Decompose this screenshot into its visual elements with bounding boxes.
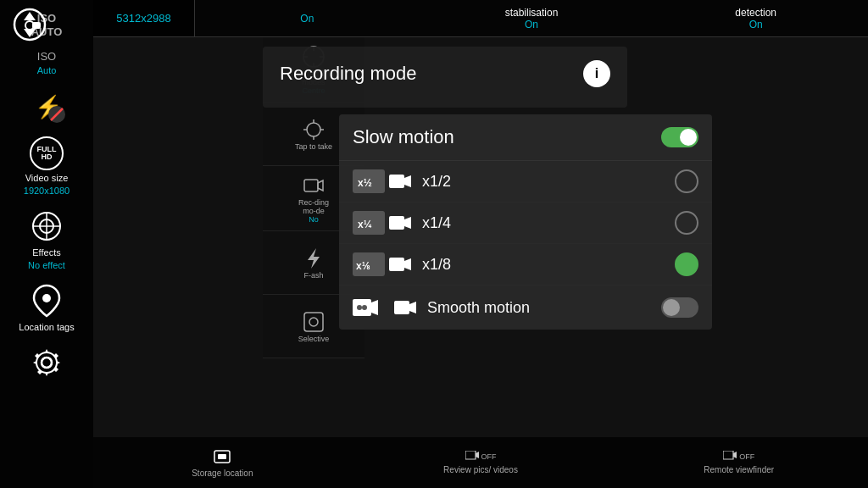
video-icon-x1-2 (388, 172, 412, 191)
svg-text:x½: x½ (358, 177, 372, 189)
speed-icon-block-x1-2: x½ (353, 169, 412, 193)
radio-x1-8[interactable] (675, 252, 698, 276)
remote-viewfinder-item[interactable]: OFF Remote viewfinder (609, 451, 868, 474)
video-size-setting[interactable]: FULLHD Video size 1920x1080 (8, 131, 85, 201)
slow-motion-header: Slow motion (339, 114, 712, 161)
speed-icon-block-x1-4: x¼ (353, 211, 412, 235)
flash-setting[interactable]: ⚡ (8, 82, 85, 130)
slow-motion-dialog: Slow motion x½ x1/2 x¼ (339, 114, 712, 330)
camera-switch-icon[interactable] (8, 3, 51, 52)
remote-label: Remote viewfinder (704, 465, 774, 474)
svg-rect-32 (389, 258, 404, 271)
svg-point-16 (307, 123, 320, 136)
svg-marker-1 (24, 12, 36, 20)
bottom-settings-row: Storage location OFF Review pics/ videos… (93, 437, 868, 488)
video-icon-x1-8 (388, 255, 412, 274)
speed-option-x1-4[interactable]: x¼ x1/4 (339, 202, 712, 244)
svg-point-12 (42, 294, 51, 302)
remote-icon (723, 451, 737, 463)
svg-rect-17 (304, 180, 318, 191)
top-bar-detection: detection On (643, 7, 868, 30)
svg-point-36 (357, 305, 362, 310)
recording-mode-dialog: Recording mode i (263, 47, 627, 108)
speed-option-x1-8[interactable]: x⅛ x1/8 (339, 244, 712, 286)
svg-marker-25 (404, 175, 411, 187)
svg-rect-41 (218, 454, 226, 459)
radio-x1-4[interactable] (675, 211, 698, 235)
radio-x1-2[interactable] (675, 169, 698, 193)
speed-label-x1-4: x1/4 (422, 214, 665, 232)
smooth-motion-label: Smooth motion (427, 299, 651, 317)
video-icon-x1-4 (388, 214, 412, 232)
svg-text:x⅛: x⅛ (356, 260, 370, 272)
review-pics-item[interactable]: OFF Review pics/ videos (352, 451, 610, 474)
resolution-display: 5312x2988 (93, 0, 195, 37)
location-tags-setting[interactable]: Location tags (8, 277, 85, 337)
svg-rect-24 (389, 175, 404, 188)
svg-marker-4 (24, 29, 36, 37)
speed-option-x1-2[interactable]: x½ x1/2 (339, 161, 712, 202)
review-off-tag: OFF (465, 451, 497, 463)
settings-icon-sidebar[interactable] (8, 339, 85, 386)
svg-rect-20 (304, 313, 323, 331)
recording-mode-title-row: Recording mode i (263, 47, 627, 99)
top-bar-stabilisation: stabilisation On (420, 7, 644, 30)
svg-point-14 (36, 352, 57, 373)
speed-icon-block-x1-8: x⅛ (353, 252, 412, 276)
review-label: Review pics/ videos (443, 465, 518, 474)
top-bar-on: On (195, 13, 420, 25)
svg-marker-33 (404, 258, 411, 270)
storage-icon (213, 447, 231, 466)
storage-label: Storage location (192, 469, 253, 478)
speed-label-x1-8: x1/8 (422, 256, 665, 274)
svg-marker-35 (371, 300, 378, 315)
svg-text:x¼: x¼ (358, 219, 372, 230)
top-settings-bar: On stabilisation On detection On (93, 0, 868, 37)
svg-point-13 (42, 358, 52, 368)
svg-marker-29 (404, 217, 411, 229)
slow-motion-title: Slow motion (353, 126, 454, 148)
effects-setting[interactable]: Effects No effect (8, 202, 85, 275)
info-button[interactable]: i (583, 60, 610, 87)
smooth-motion-cam-icon (393, 298, 417, 317)
svg-marker-18 (318, 180, 323, 191)
svg-marker-42 (465, 451, 476, 459)
slow-motion-toggle[interactable] (661, 127, 698, 147)
svg-marker-44 (723, 451, 733, 459)
review-icon (465, 451, 479, 463)
speed-icon-x1-4: x¼ (353, 211, 385, 235)
svg-rect-38 (394, 301, 409, 314)
resolution-value: 5312x2988 (116, 12, 170, 25)
smooth-motion-toggle[interactable] (661, 297, 698, 318)
smooth-motion-icon (353, 296, 383, 319)
svg-point-21 (309, 318, 318, 326)
speed-label-x1-2: x1/2 (422, 173, 665, 191)
smooth-motion-row[interactable]: Smooth motion (339, 286, 712, 330)
svg-marker-39 (409, 302, 416, 313)
recording-mode-title: Recording mode (280, 63, 416, 85)
speed-icon-x1-8: x⅛ (353, 252, 385, 276)
left-sidebar: ISO AUTO ISO Auto ⚡ FULLHD Video size 19… (0, 0, 93, 488)
svg-marker-19 (308, 248, 320, 269)
remote-off-tag: OFF (723, 451, 754, 463)
svg-point-37 (362, 305, 367, 310)
svg-rect-28 (389, 216, 404, 230)
speed-icon-x1-2: x½ (353, 169, 385, 193)
storage-location-item[interactable]: Storage location (93, 447, 352, 478)
